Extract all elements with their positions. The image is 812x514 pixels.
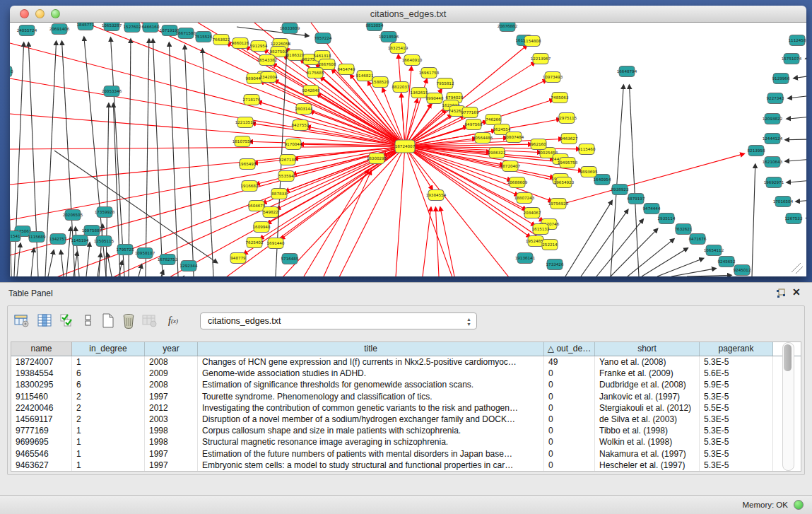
select-columns-icon[interactable] — [59, 312, 76, 330]
table-cell[interactable]: 2 — [72, 402, 145, 414]
table-cell[interactable]: 0 — [544, 448, 595, 460]
table-row[interactable]: 977716911998Corpus callosum shape and si… — [11, 425, 801, 436]
graph-edge[interactable] — [405, 146, 531, 238]
graph-edge[interactable] — [31, 248, 34, 276]
network-canvas[interactable]: 2405572420691406184577110653287152760264… — [10, 23, 806, 276]
graph-edge[interactable] — [752, 164, 755, 276]
graph-edge[interactable] — [10, 84, 11, 276]
table-cell[interactable]: 9777169 — [11, 425, 72, 436]
graph-edge[interactable] — [611, 85, 623, 276]
table-cell[interactable]: 5.3E-5 — [700, 356, 773, 368]
graph-edge[interactable] — [17, 243, 20, 276]
graph-edge[interactable] — [202, 49, 213, 276]
table-cell[interactable]: 18724007 — [11, 356, 72, 368]
graph-edge[interactable] — [86, 243, 90, 276]
table-row[interactable]: 1830029562008Estimation of significance … — [11, 379, 801, 390]
table-row[interactable]: 1938455462009Genome-wide association stu… — [11, 368, 801, 379]
graph-edge[interactable] — [629, 85, 639, 276]
table-vertical-scrollbar[interactable] — [782, 342, 794, 471]
table-cell[interactable]: 9699695 — [11, 436, 72, 448]
graph-edge[interactable] — [787, 117, 806, 119]
network-window[interactable]: citations_edges.txt 24055724206914061845… — [10, 6, 806, 276]
table-cell[interactable]: 2012 — [145, 402, 198, 414]
table-cell[interactable]: 1 — [72, 448, 145, 460]
float-panel-icon[interactable] — [775, 288, 787, 299]
table-cell[interactable]: 5.9E-5 — [700, 379, 773, 390]
column-header-short[interactable]: short — [595, 342, 700, 356]
table-cell[interactable]: Structural magnetic resonance image aver… — [198, 436, 544, 448]
graph-edge[interactable] — [10, 78, 405, 146]
graph-edge[interactable] — [687, 275, 731, 276]
table-cell[interactable]: Dudbridge et al. (2008) — [595, 379, 700, 390]
table-cell[interactable]: Hescheler et al. (1997) — [595, 460, 700, 471]
table-cell[interactable]: 5.3E-5 — [700, 425, 773, 436]
delete-table-icon[interactable] — [120, 312, 137, 330]
table-row[interactable]: 911546021997Tourette syndrome. Phenomeno… — [11, 391, 801, 402]
show-columns-icon[interactable] — [37, 312, 54, 330]
table-cell[interactable]: Jankovic et al. (1997) — [595, 391, 700, 402]
table-cell[interactable]: 5.3E-5 — [700, 391, 773, 402]
graph-edge[interactable] — [423, 207, 431, 276]
table-cell[interactable]: 9115460 — [11, 391, 72, 402]
table-cell[interactable]: 0 — [544, 414, 595, 425]
table-cell[interactable]: 0 — [544, 368, 595, 379]
table-cell[interactable]: 5.3E-5 — [700, 448, 773, 460]
column-header-pagerank[interactable]: pagerank — [700, 342, 773, 356]
table-cell[interactable]: 5.3E-5 — [700, 460, 773, 471]
node-table[interactable]: namein_degreeyeartitle△ out_de…shortpage… — [11, 341, 801, 472]
table-cell[interactable]: Embryonic stem cells: a model to study s… — [198, 460, 544, 471]
table-cell[interactable]: 6 — [72, 379, 145, 390]
table-cell[interactable]: 1997 — [145, 448, 198, 460]
table-cell[interactable]: Stergiakouli et al. (2012) — [595, 402, 700, 414]
table-cell[interactable]: 0 — [544, 460, 595, 471]
table-cell[interactable]: 2009 — [145, 368, 198, 379]
memory-ok-icon[interactable] — [794, 500, 804, 510]
import-table-icon[interactable] — [141, 312, 158, 330]
table-cell[interactable]: 1997 — [145, 391, 198, 402]
graph-edge[interactable] — [440, 207, 454, 276]
table-cell[interactable]: 0 — [544, 425, 595, 436]
table-cell[interactable]: Franke et al. (2009) — [595, 368, 700, 379]
graph-edge[interactable] — [558, 153, 744, 205]
table-cell[interactable]: 18300295 — [11, 379, 72, 390]
table-cell[interactable]: 0 — [544, 379, 595, 390]
table-settings-icon[interactable] — [13, 312, 30, 330]
table-cell[interactable]: Investigating the contribution of common… — [198, 402, 544, 414]
row-height-icon[interactable] — [80, 312, 97, 330]
table-cell[interactable]: 49 — [544, 356, 595, 368]
graph-edge[interactable] — [169, 42, 178, 276]
column-header-title[interactable]: title — [198, 342, 544, 356]
table-cell[interactable]: 5.3E-5 — [700, 436, 773, 448]
column-header-out_de[interactable]: △ out_de… — [544, 342, 595, 356]
graph-edge[interactable] — [293, 146, 405, 175]
table-selector-combobox[interactable]: citations_edges.txt ▲▼ — [200, 313, 477, 329]
graph-edge[interactable] — [671, 269, 716, 276]
graph-edge[interactable] — [785, 139, 806, 140]
table-cell[interactable]: Tibbo et al. (1998) — [595, 425, 700, 436]
table-cell[interactable]: 2 — [72, 391, 145, 402]
table-cell[interactable]: 0 — [544, 402, 595, 414]
table-row[interactable]: 946554611997Estimation of the future num… — [11, 448, 801, 460]
graph-edge[interactable] — [139, 264, 142, 276]
table-cell[interactable]: 1998 — [145, 436, 198, 448]
table-cell[interactable]: 0 — [544, 391, 595, 402]
table-cell[interactable]: 14569117 — [11, 414, 72, 425]
graph-edge[interactable] — [435, 207, 439, 276]
graph-edge[interactable] — [106, 103, 109, 276]
table-cell[interactable]: 5.3E-5 — [700, 414, 773, 425]
table-cell[interactable]: 2008 — [145, 379, 198, 390]
graph-edge[interactable] — [405, 146, 452, 276]
graph-edge[interactable] — [796, 200, 806, 201]
graph-edge[interactable] — [806, 57, 806, 59]
table-cell[interactable]: 0 — [544, 436, 595, 448]
table-cell[interactable]: Estimation of significance thresholds fo… — [198, 379, 544, 390]
table-cell[interactable]: 5.5E-5 — [700, 402, 773, 414]
column-header-name[interactable]: name — [11, 342, 72, 356]
close-panel-icon[interactable]: ✕ — [792, 286, 804, 298]
table-cell[interactable]: 5.6E-5 — [700, 368, 773, 379]
column-header-year[interactable]: year — [145, 342, 198, 356]
table-cell[interactable]: 22420046 — [11, 402, 72, 414]
table-cell[interactable]: 1 — [72, 356, 145, 368]
table-cell[interactable]: 1 — [72, 436, 145, 448]
graph-edge[interactable] — [10, 43, 405, 146]
